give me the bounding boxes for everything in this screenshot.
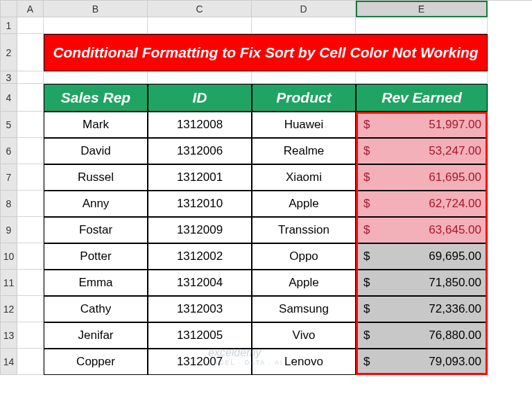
col-header-C[interactable]: C (148, 1, 252, 17)
rev-amount: 72,336.00 (370, 302, 481, 316)
cell-id[interactable]: 1312008 (148, 112, 252, 138)
cell-id[interactable]: 1312004 (148, 270, 252, 296)
cell-sales-rep[interactable]: Potter (44, 243, 148, 270)
currency-symbol: $ (363, 329, 370, 342)
cell[interactable] (17, 164, 44, 191)
cell[interactable] (44, 71, 148, 84)
cell-rev-earned[interactable]: $72,336.00 (356, 296, 488, 322)
cell[interactable] (17, 243, 44, 270)
header-id[interactable]: ID (148, 84, 252, 112)
cell[interactable] (148, 17, 252, 34)
row-header-13[interactable]: 13 (1, 322, 17, 349)
row-header-1[interactable]: 1 (1, 17, 17, 34)
cell-sales-rep[interactable]: Anny (44, 191, 148, 217)
rev-amount: 51,997.00 (370, 118, 481, 132)
row-header-10[interactable]: 10 (1, 243, 17, 270)
cell-rev-earned[interactable]: $62,724.00 (356, 191, 488, 217)
row-header-6[interactable]: 6 (1, 138, 17, 164)
header-sales-rep[interactable]: Sales Rep (44, 84, 148, 112)
cell-rev-earned[interactable]: $53,247.00 (356, 138, 488, 164)
row-header-14[interactable]: 14 (1, 349, 17, 375)
cell-product[interactable]: Samsung (252, 296, 356, 322)
row-header-2[interactable]: 2 (1, 34, 17, 71)
cell[interactable] (17, 71, 44, 84)
cell[interactable] (252, 71, 356, 84)
cell[interactable] (356, 71, 488, 84)
rev-amount: 61,695.00 (370, 171, 481, 184)
cell-sales-rep[interactable]: Jenifar (44, 322, 148, 349)
cell-sales-rep[interactable]: David (44, 138, 148, 164)
cell[interactable] (17, 191, 44, 217)
cell[interactable] (17, 270, 44, 296)
cell-id[interactable]: 1312010 (148, 191, 252, 217)
cell[interactable] (17, 84, 44, 112)
cell-sales-rep[interactable]: Fostar (44, 217, 148, 243)
cell[interactable] (148, 71, 252, 84)
col-header-A[interactable]: A (17, 1, 44, 17)
cell-id[interactable]: 1312005 (148, 322, 252, 349)
rev-amount: 63,645.00 (370, 223, 481, 237)
rev-amount: 79,093.00 (370, 355, 481, 369)
currency-symbol: $ (363, 118, 370, 132)
cell-id[interactable]: 1312006 (148, 138, 252, 164)
cell-product[interactable]: Apple (252, 270, 356, 296)
cell[interactable] (17, 34, 44, 71)
cell-rev-earned[interactable]: $79,093.00 (356, 349, 488, 375)
col-header-E[interactable]: E (356, 1, 488, 17)
cell[interactable] (17, 322, 44, 349)
cell-sales-rep[interactable]: Copper (44, 349, 148, 375)
rev-amount: 69,695.00 (370, 250, 481, 263)
row-header-7[interactable]: 7 (1, 164, 17, 191)
currency-symbol: $ (363, 250, 370, 263)
cell-rev-earned[interactable]: $51,997.00 (356, 112, 488, 138)
cell-product[interactable]: Lenovo (252, 349, 356, 375)
row-header-8[interactable]: 8 (1, 191, 17, 217)
header-product[interactable]: Product (252, 84, 356, 112)
cell-rev-earned[interactable]: $71,850.00 (356, 270, 488, 296)
cell[interactable] (17, 296, 44, 322)
cell[interactable] (17, 17, 44, 34)
cell-product[interactable]: Huawei (252, 112, 356, 138)
cell-rev-earned[interactable]: $63,645.00 (356, 217, 488, 243)
cell-sales-rep[interactable]: Russel (44, 164, 148, 191)
header-rev-earned[interactable]: Rev Earned (356, 84, 488, 112)
cell-product[interactable]: Xiaomi (252, 164, 356, 191)
currency-symbol: $ (363, 355, 370, 369)
cell-product[interactable]: Transsion (252, 217, 356, 243)
cell-rev-earned[interactable]: $61,695.00 (356, 164, 488, 191)
cell-product[interactable]: Apple (252, 191, 356, 217)
cell-sales-rep[interactable]: Mark (44, 112, 148, 138)
row-header-4[interactable]: 4 (1, 84, 17, 112)
select-all-corner[interactable] (1, 1, 17, 17)
cell-sales-rep[interactable]: Emma (44, 270, 148, 296)
cell-id[interactable]: 1312002 (148, 243, 252, 270)
cell-id[interactable]: 1312007 (148, 349, 252, 375)
currency-symbol: $ (363, 197, 370, 211)
cell-product[interactable]: Oppo (252, 243, 356, 270)
cell[interactable] (252, 17, 356, 34)
row-header-12[interactable]: 12 (1, 296, 17, 322)
cell-rev-earned[interactable]: $76,880.00 (356, 322, 488, 349)
cell-id[interactable]: 1312009 (148, 217, 252, 243)
row-header-9[interactable]: 9 (1, 217, 17, 243)
cell[interactable] (44, 17, 148, 34)
row-header-11[interactable]: 11 (1, 270, 17, 296)
col-header-D[interactable]: D (252, 1, 356, 17)
col-header-B[interactable]: B (44, 1, 148, 17)
title-cell[interactable]: Condittional Formatting to Fix Sort by C… (44, 34, 488, 71)
cell[interactable] (356, 17, 488, 34)
cell-product[interactable]: Realme (252, 138, 356, 164)
cell[interactable] (17, 217, 44, 243)
cell[interactable] (17, 138, 44, 164)
rev-amount: 76,880.00 (370, 329, 481, 342)
cell-id[interactable]: 1312003 (148, 296, 252, 322)
row-header-5[interactable]: 5 (1, 112, 17, 138)
cell-id[interactable]: 1312001 (148, 164, 252, 191)
cell[interactable] (17, 112, 44, 138)
row-header-3[interactable]: 3 (1, 71, 17, 84)
cell-rev-earned[interactable]: $69,695.00 (356, 243, 488, 270)
currency-symbol: $ (363, 144, 370, 158)
cell-sales-rep[interactable]: Cathy (44, 296, 148, 322)
cell-product[interactable]: Vivo (252, 322, 356, 349)
cell[interactable] (17, 349, 44, 375)
